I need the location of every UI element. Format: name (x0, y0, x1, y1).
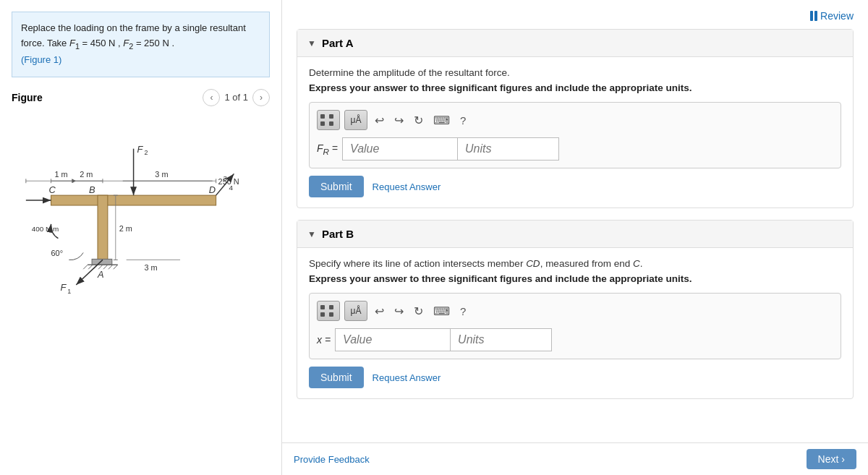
right-panel: Review ▼ Part A Determine the amplitude … (282, 0, 868, 475)
part-b-label: Part B (322, 228, 354, 240)
svg-text:1: 1 (67, 287, 71, 294)
matrix-button-b[interactable] (317, 301, 340, 321)
feedback-link[interactable]: Provide Feedback (294, 454, 370, 465)
problem-text-content: Replace the loading on the frame by a si… (21, 22, 246, 48)
help-button-b[interactable]: ? (457, 304, 469, 319)
mu-button-b[interactable]: μÅ (344, 301, 367, 321)
redo-button-a[interactable]: ↪ (391, 112, 407, 129)
part-a-toolbar: μÅ ↩ ↪ ↻ ⌨ ? (317, 110, 833, 130)
part-b-answer-label: x = (317, 334, 331, 346)
svg-text:400 N·m: 400 N·m (32, 224, 59, 232)
figure-next-button[interactable]: › (252, 89, 270, 106)
part-a-header[interactable]: ▼ Part A (297, 30, 853, 57)
part-a-description: Determine the amplitude of the resultant… (309, 67, 841, 78)
svg-text:4: 4 (229, 184, 233, 192)
svg-text:60°: 60° (51, 249, 63, 257)
svg-text:2 m: 2 m (80, 170, 93, 179)
part-a-value-input[interactable] (342, 137, 458, 161)
part-a-request-link[interactable]: Request Answer (373, 181, 441, 192)
keyboard-button-a[interactable]: ⌨ (430, 112, 453, 129)
undo-button-b[interactable]: ↩ (372, 303, 387, 320)
figure-section: Figure ‹ 1 of 1 › C B D (12, 89, 270, 300)
part-b-answer-row: x = (317, 328, 833, 351)
figure-header: Figure ‹ 1 of 1 › (12, 89, 270, 106)
figure-prev-button[interactable]: ‹ (203, 89, 220, 106)
part-b-submit-button[interactable]: Submit (309, 367, 364, 388)
part-a-units-input[interactable] (458, 137, 559, 161)
review-bar: Review (297, 7, 854, 29)
svg-text:F: F (60, 282, 67, 293)
problem-statement: Replace the loading on the frame by a si… (12, 12, 270, 77)
svg-text:2: 2 (144, 148, 148, 155)
next-label: Next (818, 453, 839, 465)
svg-rect-1 (51, 195, 216, 205)
matrix-button-a[interactable] (317, 110, 340, 130)
figure-nav: ‹ 1 of 1 › (203, 89, 270, 106)
svg-text:F: F (137, 143, 144, 154)
mu-label-b: μÅ (351, 306, 362, 316)
figure-nav-count: 1 of 1 (224, 92, 248, 103)
part-b-value-input[interactable] (335, 328, 451, 351)
mu-label-a: μÅ (351, 115, 362, 125)
redo-button-b[interactable]: ↪ (391, 303, 407, 320)
svg-text:2 m: 2 m (119, 223, 132, 232)
part-b-units-input[interactable] (451, 328, 552, 351)
part-b-chevron: ▼ (307, 229, 316, 239)
part-b-request-link[interactable]: Request Answer (373, 372, 441, 383)
svg-rect-0 (12, 113, 270, 299)
part-b-description: Specify where its line of action interse… (309, 258, 841, 269)
mu-button-a[interactable]: μÅ (344, 110, 367, 130)
help-button-a[interactable]: ? (457, 113, 469, 128)
svg-text:A: A (97, 269, 104, 280)
part-a-answer-label: FR = (317, 142, 338, 156)
next-button[interactable]: Next › (807, 449, 856, 469)
part-a-section: ▼ Part A Determine the amplitude of the … (297, 29, 854, 208)
svg-text:C: C (49, 184, 56, 195)
part-a-input-container: μÅ ↩ ↪ ↻ ⌨ ? FR = (309, 102, 841, 168)
bottom-bar: Provide Feedback Next › (282, 442, 868, 475)
next-chevron-icon: › (841, 453, 845, 465)
part-b-input-container: μÅ ↩ ↪ ↻ ⌨ ? x = (309, 293, 841, 359)
part-b-toolbar: μÅ ↩ ↪ ↻ ⌨ ? (317, 301, 833, 321)
figure-canvas: C B D A 1 m (12, 112, 270, 300)
svg-text:3: 3 (224, 174, 228, 182)
part-b-action-row: Submit Request Answer (309, 367, 841, 388)
keyboard-button-b[interactable]: ⌨ (430, 303, 453, 320)
part-b-instruction: Express your answer to three significant… (309, 273, 841, 284)
part-a-body: Determine the amplitude of the resultant… (297, 57, 853, 207)
figure-title: Figure (12, 92, 43, 103)
undo-button-a[interactable]: ↩ (372, 112, 387, 129)
part-a-submit-button[interactable]: Submit (309, 176, 364, 197)
svg-text:B: B (89, 184, 95, 195)
part-a-answer-row: FR = (317, 137, 833, 161)
figure-svg: C B D A 1 m (12, 112, 270, 300)
part-b-header[interactable]: ▼ Part B (297, 221, 853, 248)
svg-text:D: D (209, 184, 216, 195)
svg-text:3 m: 3 m (144, 263, 157, 272)
review-icon (810, 11, 817, 21)
left-panel: Replace the loading on the frame by a si… (0, 0, 282, 475)
svg-rect-2 (98, 195, 108, 260)
svg-text:3 m: 3 m (155, 170, 168, 179)
part-a-label: Part A (322, 37, 354, 49)
figure-link[interactable]: (Figure 1) (21, 54, 61, 65)
refresh-button-a[interactable]: ↻ (411, 112, 426, 129)
review-label: Review (820, 10, 854, 22)
part-b-body: Specify where its line of action interse… (297, 248, 853, 398)
review-button[interactable]: Review (810, 10, 854, 22)
part-a-action-row: Submit Request Answer (309, 176, 841, 197)
part-a-chevron: ▼ (307, 38, 316, 48)
svg-text:1 m: 1 m (55, 170, 68, 179)
refresh-button-b[interactable]: ↻ (411, 303, 426, 320)
part-b-section: ▼ Part B Specify where its line of actio… (297, 220, 854, 399)
part-a-instruction: Express your answer to three significant… (309, 82, 841, 93)
